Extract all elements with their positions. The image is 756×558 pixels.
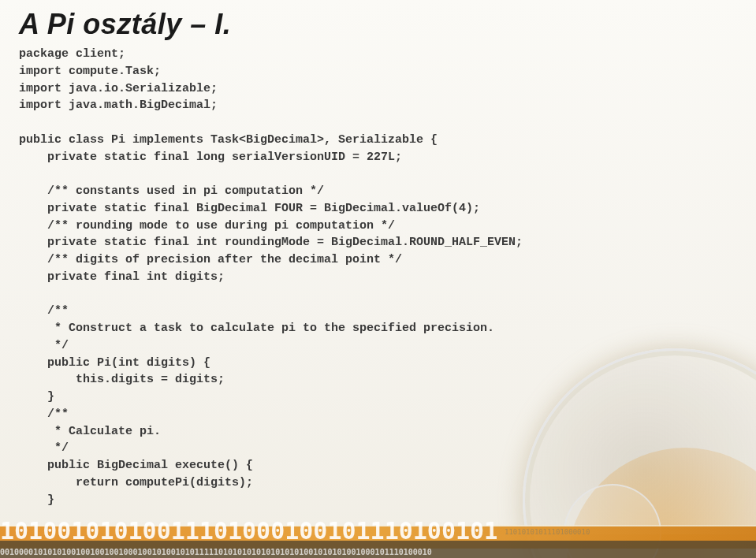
binary-digits-tiny: 11010101011101000010: [505, 528, 756, 536]
slide-title: A Pi osztály – I.: [19, 8, 737, 41]
decorative-footer: 10100101010011101000100101110100101 0010…: [0, 503, 756, 558]
binary-digits-small: 0010000101010100100100100100010010100101…: [0, 548, 756, 556]
ribbon-orange: [0, 526, 756, 549]
binary-digits-large: 10100101010011101000100101110100101: [0, 517, 497, 549]
code-block: package client; import compute.Task; imp…: [19, 46, 737, 508]
ribbon-dark: [0, 541, 756, 558]
ribbon-cream: [0, 525, 756, 534]
slide-page: A Pi osztály – I. package client; import…: [0, 0, 756, 558]
